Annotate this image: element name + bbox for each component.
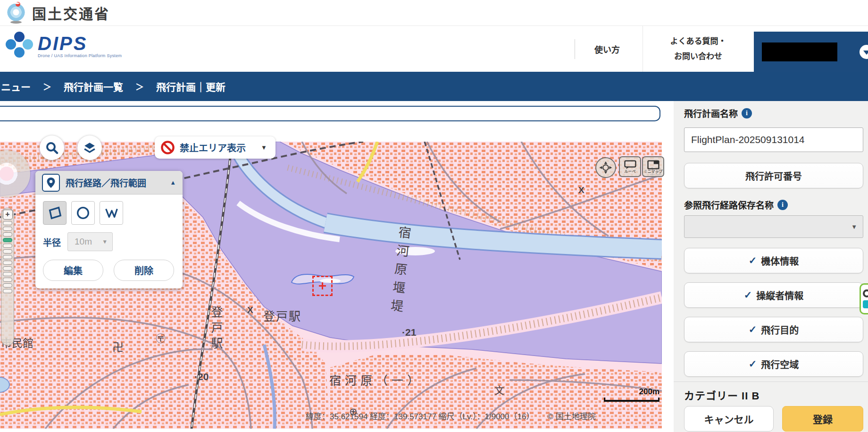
plan-name-label: 飛行計画名称 xyxy=(684,107,738,119)
sidebar-divider xyxy=(674,381,868,382)
flight-purpose-button[interactable]: ✓ 飛行目的 xyxy=(684,317,863,342)
map-zoom-slider[interactable]: + xyxy=(1,208,14,346)
polygon-icon xyxy=(47,205,63,221)
layers-icon xyxy=(83,141,97,155)
mlit-header: 国土交通省 xyxy=(0,0,868,26)
breadcrumb-item-flight-plan-list[interactable]: 飛行計画一覧 xyxy=(64,79,123,93)
nav-howto-link[interactable]: 使い方 xyxy=(576,26,638,72)
edit-button[interactable]: 編集 xyxy=(43,260,103,281)
search-icon xyxy=(45,141,58,154)
dips-logo[interactable]: DIPS Drone / UAS Information Platform Sy… xyxy=(5,32,122,66)
scale-bar-line xyxy=(604,398,659,402)
plan-name-input[interactable] xyxy=(684,127,863,152)
minimap-label: ミニマップ xyxy=(644,169,663,174)
draw-polygon-button[interactable] xyxy=(43,201,67,225)
nav-divider xyxy=(575,39,575,59)
prohibited-area-toggle[interactable]: 禁止エリア表示 ▼ xyxy=(155,136,275,159)
check-icon: ✓ xyxy=(749,358,757,370)
flight-area-marker[interactable] xyxy=(312,276,333,296)
flight-purpose-label: 飛行目的 xyxy=(761,323,799,337)
breadcrumb-separator: ＞ xyxy=(135,80,144,93)
loupe-icon xyxy=(624,160,636,169)
draw-circle-button[interactable] xyxy=(71,201,95,225)
map-compass-button[interactable] xyxy=(595,157,616,178)
plan-title-input[interactable] xyxy=(0,106,660,121)
category-text: カテゴリー II B xyxy=(684,387,760,402)
flight-airspace-button[interactable]: ✓ 飛行空域 xyxy=(684,351,863,377)
pin-button[interactable] xyxy=(42,174,60,192)
delete-button[interactable]: 削除 xyxy=(114,260,174,281)
flight-plan-sidebar: 飛行計画名称 i 飛行許可番号 参照飛行経路保存名称 i ▼ ✓ 機体情報 ✓ … xyxy=(674,101,868,432)
ref-route-label: 参照飛行経路保存名称 xyxy=(684,198,774,211)
map-minimap-button[interactable]: ミニマップ xyxy=(642,156,664,177)
pilot-info-label: 操縦者情報 xyxy=(756,288,803,302)
breadcrumb-item-menu[interactable]: ニュー xyxy=(1,79,31,93)
nav-faq-line1: よくある質問・ xyxy=(670,34,726,49)
no-entry-icon xyxy=(160,140,175,155)
widget-icon-1[interactable] xyxy=(863,289,868,297)
panel-collapse-icon[interactable]: ▲ xyxy=(170,179,176,186)
map-layers-button[interactable] xyxy=(77,136,102,160)
radius-dropdown-icon: ▼ xyxy=(102,238,108,245)
compass-icon xyxy=(599,161,613,175)
map-search-button[interactable] xyxy=(40,136,64,160)
map-loupe-button[interactable]: ルーペ xyxy=(619,156,641,177)
info-icon[interactable]: i xyxy=(742,108,752,119)
mlit-title: 国土交通省 xyxy=(32,2,110,23)
breadcrumb-separator: ＞ xyxy=(43,80,51,93)
nav-faq-line2: お問い合わせ xyxy=(674,49,722,64)
ref-route-select[interactable]: ▼ xyxy=(684,215,863,238)
radius-label: 半径 xyxy=(43,236,61,248)
dips-logo-icon xyxy=(5,32,34,66)
dips-title: DIPS xyxy=(38,34,122,52)
info-icon[interactable]: i xyxy=(777,200,788,210)
draw-polyline-button[interactable] xyxy=(100,201,123,225)
cancel-button[interactable]: キャンセル xyxy=(684,406,774,432)
plan-name-label-row: 飛行計画名称 i xyxy=(684,107,752,119)
widget-icon-2[interactable] xyxy=(863,300,868,308)
mlit-bird-icon xyxy=(7,1,27,24)
flight-route-panel-title: 飛行経路／飛行範囲 xyxy=(66,176,146,189)
floating-widget[interactable] xyxy=(860,283,868,314)
breadcrumb-item-current: 飛行計画｜更新 xyxy=(156,79,225,93)
user-menu[interactable] xyxy=(754,32,868,72)
map-attribution: © 国土地理院 xyxy=(547,410,595,422)
zoom-level-handle[interactable] xyxy=(3,238,12,242)
flight-airspace-label: 飛行空域 xyxy=(761,357,799,371)
user-name-redacted xyxy=(762,42,837,61)
prohibited-area-label: 禁止エリア表示 xyxy=(180,141,246,154)
map-scale-bar: 200m xyxy=(604,387,659,402)
minimap-icon xyxy=(647,160,659,169)
check-icon: ✓ xyxy=(749,255,757,266)
nav-divider-2 xyxy=(643,26,643,72)
nav-faq-link[interactable]: よくある質問・ お問い合わせ xyxy=(647,26,749,72)
prohibited-area-dropdown-icon[interactable]: ▼ xyxy=(261,144,267,151)
scale-bar-label: 200m xyxy=(604,387,659,397)
aircraft-info-button[interactable]: ✓ 機体情報 xyxy=(684,248,863,273)
submit-button[interactable]: 登録 xyxy=(782,406,863,432)
flight-route-panel-header[interactable]: 飛行経路／飛行範囲 ▲ xyxy=(35,171,183,195)
ref-route-label-row: 参照飛行経路保存名称 i xyxy=(684,198,788,211)
map-status-bar: 緯度：35.621594 経度：139.573177 縮尺（Lv.）：1/900… xyxy=(306,410,674,422)
circle-icon xyxy=(75,205,91,221)
pilot-info-button[interactable]: ✓ 操縦者情報 xyxy=(684,282,863,308)
dips-subtitle: Drone / UAS Information Platform System xyxy=(38,53,122,58)
ref-route-dropdown-icon: ▼ xyxy=(851,223,857,230)
radius-value: 10m xyxy=(75,237,92,247)
aircraft-info-label: 機体情報 xyxy=(761,254,799,268)
flight-route-panel: 飛行経路／飛行範囲 ▲ 半径 10m xyxy=(35,171,183,288)
flight-permit-number-button[interactable]: 飛行許可番号 xyxy=(684,163,863,188)
check-icon: ✓ xyxy=(744,289,752,301)
mlit-logo[interactable]: 国土交通省 xyxy=(7,1,110,24)
check-icon: ✓ xyxy=(749,324,757,335)
loupe-label: ルーペ xyxy=(625,169,636,174)
location-pin-icon xyxy=(45,177,57,189)
radius-select[interactable]: 10m ▼ xyxy=(67,232,113,251)
polyline-icon xyxy=(103,205,119,221)
map-coordinates: 緯度：35.621594 経度：139.573177 縮尺（Lv.）：1/900… xyxy=(306,410,534,422)
chevron-down-icon[interactable] xyxy=(860,45,868,59)
zoom-in-button[interactable]: + xyxy=(3,210,13,220)
breadcrumb: ニュー ＞ 飛行計画一覧 ＞ 飛行計画｜更新 xyxy=(0,72,868,101)
dips-header: DIPS Drone / UAS Information Platform Sy… xyxy=(0,26,868,72)
